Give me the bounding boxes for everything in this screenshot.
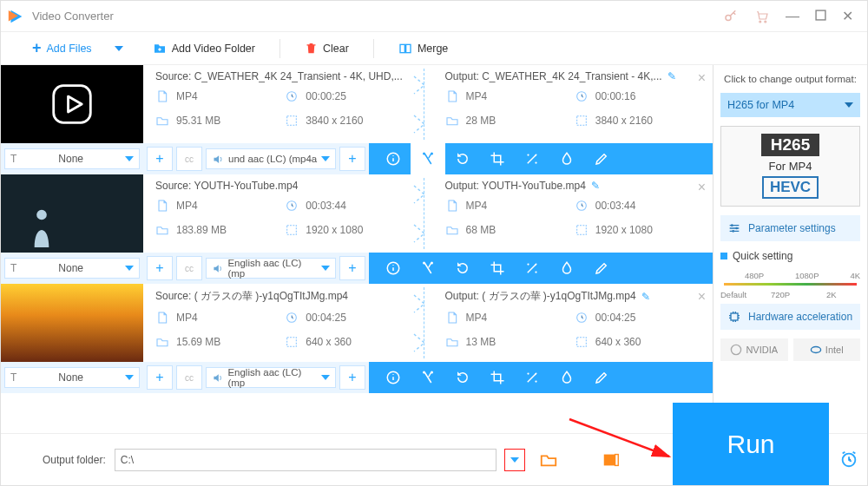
rotate-tool[interactable] [445,362,480,393]
output-folder-input[interactable] [115,449,496,471]
watermark-tool[interactable] [549,143,584,174]
effects-tool[interactable] [515,362,549,393]
folder-icon [445,335,459,349]
format-card[interactable]: H265 For MP4 HEVC [720,126,860,207]
add-folder-button[interactable]: Add Video Folder [148,38,260,59]
add-audio-button[interactable]: + [339,147,365,171]
info-tool[interactable] [376,362,411,393]
info-tool[interactable] [376,253,411,284]
audio-track-select[interactable]: English aac (LC) (mp [206,258,336,279]
watermark-tool[interactable] [549,362,584,393]
parameter-settings-button[interactable]: Parameter settings [720,215,860,241]
folder-plus-icon [153,42,167,56]
add-subtitle-button[interactable]: + [147,256,173,280]
edit-output-icon[interactable]: ✎ [641,291,650,303]
video-thumbnail[interactable] [1,174,143,253]
remove-file-button[interactable]: × [698,180,706,195]
output-folder-dropdown[interactable] [504,449,525,471]
meta-item: 13 MB [445,335,575,349]
cc-button[interactable]: cc [176,256,202,280]
video-list-button[interactable] [602,450,621,470]
source-label: Source: C_WEATHER_4K 24_Transient - 4K, … [155,70,415,82]
meta-item: MP4 [155,199,285,213]
cc-button[interactable]: cc [176,365,202,390]
maximize-button[interactable] [815,9,826,24]
clock-icon [575,199,589,213]
audio-track-select[interactable]: English aac (LC) (mp [206,367,336,388]
subtitle-select[interactable]: TNone [4,148,140,169]
crop-tool[interactable] [480,253,515,284]
resolution-icon [285,335,299,349]
cc-button[interactable]: cc [176,147,202,171]
meta-item: 00:00:16 [575,89,704,103]
meta-item: 640 x 360 [575,335,704,349]
remove-file-button[interactable]: × [698,289,706,305]
svg-point-39 [732,230,734,233]
svg-point-34 [527,372,529,374]
svg-rect-40 [731,313,738,320]
open-folder-button[interactable] [539,450,558,470]
file-icon [155,311,169,325]
output-folder-field[interactable] [115,454,496,466]
add-subtitle-button[interactable]: + [147,365,173,390]
chevron-down-icon [125,266,134,271]
hardware-acceleration-button[interactable]: Hardware acceleration [720,304,860,330]
nvidia-button[interactable]: NVIDIA [720,338,788,361]
cart-icon[interactable] [754,9,770,24]
meta-item: MP4 [445,199,575,213]
audio-track-select[interactable]: und aac (LC) (mp4a [206,148,336,169]
close-button[interactable]: ✕ [842,8,853,24]
file-row: Source: C_WEATHER_4K 24_Transient - 4K, … [1,65,713,174]
svg-point-32 [423,371,425,374]
rotate-tool[interactable] [445,143,480,174]
split-tool[interactable] [411,143,445,174]
subtitle-select[interactable]: TNone [4,367,140,388]
source-meta: Source: C_WEATHER_4K 24_Transient - 4K, … [143,65,424,143]
add-subtitle-button[interactable]: + [147,147,173,171]
add-files-dropdown-icon[interactable] [115,46,123,51]
add-audio-button[interactable]: + [339,256,365,280]
split-tool[interactable] [411,253,445,284]
key-icon[interactable] [723,9,739,24]
output-format-selector[interactable]: H265 for MP4 [720,93,860,117]
edit-tool[interactable] [584,253,619,284]
svg-rect-18 [287,226,297,235]
file-icon [445,311,459,325]
watermark-tool[interactable] [549,253,584,284]
edit-tool[interactable] [584,362,619,393]
intel-icon [810,344,822,356]
quick-setting-slider[interactable]: Default 480P 720P 1080P 2K 4K [720,271,860,295]
rotate-tool[interactable] [445,253,480,284]
effects-tool[interactable] [515,143,549,174]
add-folder-label: Add Video Folder [172,43,255,55]
edit-output-icon[interactable]: ✎ [667,70,676,82]
crop-tool[interactable] [480,362,515,393]
info-tool[interactable] [376,143,411,174]
output-label: Output: C_WEATHER_4K 24_Transient - 4K,.… [445,70,705,82]
edit-output-icon[interactable]: ✎ [591,180,600,192]
intel-button[interactable]: Intel [793,338,861,361]
run-label: Run [727,430,774,459]
subtitle-select[interactable]: TNone [4,258,140,279]
audio-box: + cc English aac (LC) (mp + [143,253,369,284]
clear-button[interactable]: Clear [299,38,354,58]
video-thumbnail[interactable] [1,65,143,143]
scale-default: Default [720,290,746,299]
svg-rect-43 [603,454,615,465]
effects-tool[interactable] [515,253,549,284]
merge-button[interactable]: Merge [393,38,453,59]
scheduler-button[interactable] [839,450,858,469]
video-thumbnail[interactable] [1,284,143,362]
meta-item: MP4 [445,311,575,325]
arrow-connector [412,174,437,253]
add-audio-button[interactable]: + [339,365,365,390]
crop-tool[interactable] [480,143,515,174]
run-button[interactable]: Run [673,403,829,485]
app-logo-icon [6,7,25,26]
add-files-button[interactable]: + Add Files [27,36,97,61]
edit-tool[interactable] [584,143,619,174]
filmstrip-icon [602,450,621,470]
split-tool[interactable] [411,362,445,393]
minimize-button[interactable]: — [786,9,799,24]
remove-file-button[interactable]: × [698,70,706,86]
